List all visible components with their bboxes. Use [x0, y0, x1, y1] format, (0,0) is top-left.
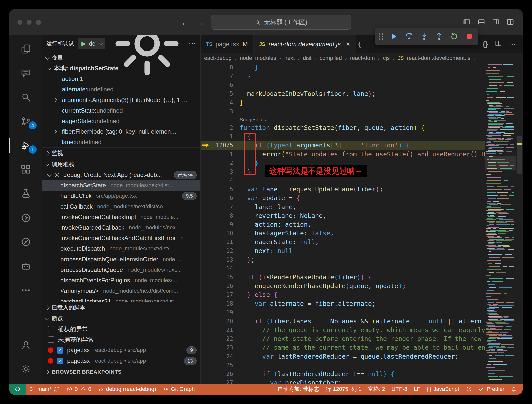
variable-row[interactable]: fiber: FiberNode {tag: 0, key: null, ele… — [42, 126, 200, 137]
variable-row[interactable]: arguments: Arguments(3) [FiberNode, {…},… — [42, 95, 200, 105]
code-line[interactable]: 1 { — [201, 132, 485, 141]
breakpoint-row[interactable]: ✓page.tsxreact-debug • src/app9 — [42, 345, 200, 356]
status-problems[interactable]: 00 — [63, 384, 95, 395]
gutter-marker[interactable] — [201, 123, 211, 132]
variable-row[interactable]: eagerState: undefined — [42, 116, 200, 126]
gutter-marker[interactable] — [201, 63, 211, 72]
layout-customize-button[interactable] — [507, 18, 514, 27]
code-line[interactable]: 8 revertLane: NoLane, — [201, 211, 485, 220]
line-number[interactable]: 20 — [211, 317, 235, 326]
line-number[interactable]: 12 — [211, 246, 235, 255]
status-eol[interactable]: LF — [411, 384, 424, 395]
gutter-marker[interactable] — [201, 150, 211, 159]
split-editor-icon[interactable] — [495, 40, 502, 49]
code-line[interactable]: 4 — [201, 176, 485, 185]
line-number[interactable]: 6 — [211, 81, 235, 89]
code-line[interactable]: 6 var update = { — [201, 194, 485, 203]
line-number[interactable]: 10 — [211, 229, 235, 238]
gutter-marker[interactable] — [201, 282, 211, 290]
activity-item-assistant[interactable] — [9, 254, 42, 278]
code-line[interactable]: 9 action: action, — [201, 220, 485, 229]
line-number[interactable]: 3 — [211, 107, 235, 116]
toolbar-drag-handle[interactable] — [379, 33, 383, 40]
gutter-marker[interactable] — [201, 326, 211, 334]
code-line[interactable]: 7 } — [201, 72, 485, 81]
line-number[interactable]: 2 — [211, 159, 235, 167]
code-line[interactable]: 8 } — [201, 63, 485, 72]
code-line[interactable]: 17 } else { — [201, 290, 485, 299]
forward-button[interactable]: → — [196, 18, 204, 27]
activity-item-explorer[interactable] — [9, 37, 42, 61]
section-variables[interactable]: 变量 — [42, 52, 200, 63]
layout-panel-button[interactable] — [478, 18, 485, 27]
line-number[interactable]: 22 — [211, 334, 235, 343]
gutter-marker[interactable] — [201, 72, 211, 81]
status-debug-target[interactable]: debug (react-debug) — [95, 384, 159, 395]
code-line[interactable]: 18 var alternate = fiber.alternate; — [201, 299, 485, 308]
code-line[interactable]: 23 // same as the current state, we may … — [201, 343, 485, 352]
code-line[interactable]: 15 if (isRenderPhaseUpdate(fiber)) { — [201, 273, 485, 282]
line-number[interactable]: 17 — [211, 290, 235, 299]
breakpoint-row[interactable]: ✓page.tsxreact-debug • src/app13 — [42, 356, 200, 366]
code-line[interactable]: 5 markUpdateInDevTools(fiber, lane); — [201, 89, 485, 98]
gutter-marker[interactable] — [201, 107, 211, 116]
activity-item-live-preview[interactable] — [9, 206, 42, 230]
checkbox[interactable]: ✓ — [57, 347, 63, 354]
line-number[interactable]: 2 — [211, 123, 235, 132]
stack-frame-row[interactable]: batchedUpdates$1node_modules/next/dist..… — [42, 296, 200, 302]
line-number[interactable]: 21 — [211, 326, 235, 334]
breadcrumb-item[interactable]: react-dom — [350, 55, 375, 61]
editor-scrollbar[interactable] — [516, 63, 523, 384]
stack-frame-row[interactable]: invokeGuardedCallbackImplnode_module... — [42, 212, 200, 222]
debug-session-row[interactable]: debug: Create Next App (react-deb...已暂停 — [42, 170, 200, 180]
gutter-marker[interactable] — [201, 167, 211, 176]
code-line[interactable]: 24 var lastRenderedReducer = queue.lastR… — [201, 352, 485, 361]
stack-frame-row[interactable]: invokeGuardedCallbackAndCatchFirstErrorn — [42, 233, 200, 243]
stack-frame-row[interactable]: processDispatchQueuenode_modules/next... — [42, 265, 200, 275]
status-git-graph[interactable]: Git Graph — [159, 384, 198, 395]
breadcrumb-item[interactable]: node_modules — [240, 55, 276, 61]
activity-item-source-control[interactable]: 4 — [9, 109, 42, 133]
activity-item-chat[interactable] — [9, 61, 42, 85]
gutter-marker[interactable] — [201, 290, 211, 299]
status-language-mode[interactable]: {}JavaScript — [423, 384, 462, 395]
code-line[interactable]: 26 if (lastRenderedReducer !== null) { — [201, 370, 485, 378]
code-line[interactable]: 13 }; — [201, 255, 485, 264]
layout-sidebar-left-button[interactable] — [463, 18, 471, 27]
line-number[interactable]: 13 — [211, 255, 235, 264]
gutter-marker[interactable] — [201, 246, 211, 255]
code-line[interactable]: 12 next: null — [201, 246, 485, 255]
minimize-window-button[interactable] — [27, 20, 32, 25]
code-line[interactable]: 25 — [201, 361, 485, 370]
code-line[interactable]: 4} — [201, 98, 485, 107]
variable-row[interactable]: lane: undefined — [42, 137, 200, 147]
activity-item-extensions[interactable] — [9, 158, 42, 182]
line-number[interactable]: 7 — [211, 203, 235, 211]
gutter-marker[interactable] — [201, 352, 211, 361]
line-number[interactable]: 8 — [211, 211, 235, 220]
activity-item-accounts[interactable] — [9, 333, 42, 357]
back-button[interactable]: ← — [181, 18, 189, 27]
checkbox[interactable]: ✓ — [57, 358, 63, 364]
tab-partial[interactable]: { — [356, 35, 366, 53]
line-number[interactable]: 3 — [211, 167, 235, 176]
code-line[interactable]: 20 if (fiber.lanes === NoLanes && (alter… — [201, 317, 485, 326]
activity-item-search[interactable] — [9, 85, 42, 109]
variable-row[interactable]: alternate: undefined — [42, 84, 200, 95]
zoom-window-button[interactable] — [36, 20, 41, 25]
code-line[interactable]: 12075 if (typeof arguments[3] === 'funct… — [201, 141, 485, 150]
minimap[interactable] — [485, 63, 516, 384]
exception-breakpoint-row[interactable]: 未捕获的异常 — [42, 334, 200, 345]
line-number[interactable]: 1 — [211, 132, 235, 141]
stack-frame-row[interactable]: executeDispatchnode_modules/next/dist/..… — [42, 243, 200, 254]
scrollbar-thumb[interactable] — [517, 136, 522, 174]
stack-frame-row[interactable]: callCallbacknode_modules/next/dist/co... — [42, 201, 200, 212]
code-line[interactable]: 22 // next state before entering the ren… — [201, 334, 485, 343]
line-number[interactable]: 5 — [211, 89, 235, 98]
gutter-marker[interactable] — [201, 238, 211, 246]
activity-item-run-and-debug[interactable]: 1 — [9, 133, 42, 158]
tab-page.tsx[interactable]: TSpage.tsxM — [201, 35, 254, 53]
gutter-marker[interactable] — [201, 98, 211, 107]
code-line[interactable]: 2function dispatchSetState(fiber, queue,… — [201, 123, 485, 132]
section-watch[interactable]: 监视 — [42, 147, 200, 159]
